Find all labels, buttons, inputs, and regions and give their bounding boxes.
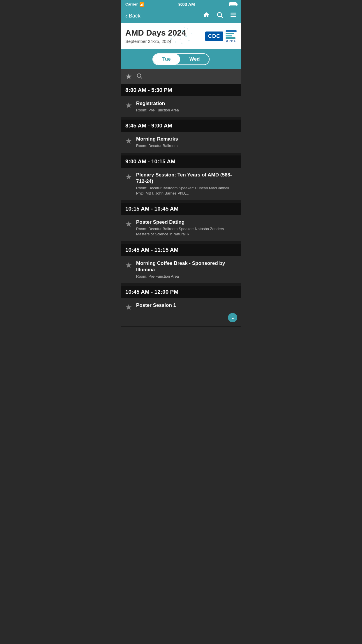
status-left: Carrier 📶 [125, 2, 144, 7]
back-label: Back [129, 13, 140, 19]
session-info-3-0: Poster Speed Dating Room: Decatur Ballro… [136, 219, 237, 237]
banner-logos: CDC APHL [205, 30, 237, 43]
nav-bar: ‹ Back [121, 8, 241, 23]
wednesday-tab[interactable]: Wed [180, 54, 209, 64]
status-bar: Carrier 📶 9:03 AM [121, 0, 241, 8]
search-icon[interactable] [216, 11, 223, 20]
svg-point-7 [182, 30, 184, 32]
session-star-0-0[interactable]: ★ [125, 101, 132, 110]
svg-point-14 [175, 41, 176, 43]
day-toggle: Tue Wed [152, 53, 210, 65]
session-room-1-0: Room: Decatur Ballroom [136, 143, 178, 148]
session-title-5-0: Poster Session 1 [136, 302, 176, 309]
carrier-label: Carrier [125, 2, 138, 6]
banner: AMD Days 2024 September 24-25, 2024 CDC … [121, 23, 241, 49]
svg-line-1 [221, 16, 223, 18]
session-info-0-0: Registration Room: Pre-Function Area [136, 100, 179, 113]
session-title-4-0: Morning Coffee Break - Sponsored by Illu… [136, 260, 237, 273]
battery-icon [229, 2, 237, 6]
svg-point-20 [137, 74, 141, 78]
svg-point-15 [181, 43, 182, 44]
favorites-filter-star[interactable]: ★ [125, 72, 132, 81]
session-info-5-0: Poster Session 1 [136, 302, 176, 309]
svg-point-13 [188, 40, 190, 41]
session-info-2-0: Plenary Session: Ten Years of AMD (588-7… [136, 172, 237, 196]
session-info-1-0: Morning Remarks Room: Decatur Ballroom [136, 136, 178, 148]
time-block-header-1: 8:45 AM - 9:00 AM [121, 120, 241, 132]
time-label-1: 8:45 AM - 9:00 AM [125, 123, 172, 129]
svg-point-6 [178, 33, 180, 34]
spacer-1 [121, 153, 241, 155]
session-title-0-0: Registration [136, 100, 179, 107]
svg-point-9 [171, 38, 173, 40]
filter-bar: ★ [121, 69, 241, 84]
time-label-2: 9:00 AM - 10:15 AM [125, 158, 175, 164]
schedule: 8:00 AM - 5:30 PM ★ Registration Room: P… [121, 84, 241, 327]
back-chevron-icon: ‹ [125, 13, 127, 19]
svg-point-8 [187, 28, 188, 29]
status-right [229, 2, 237, 6]
svg-line-21 [140, 77, 142, 78]
time-label-4: 10:45 AM - 11:15 AM [125, 247, 178, 253]
session-star-5-0[interactable]: ★ [125, 303, 132, 312]
time-block-header-0: 8:00 AM - 5:30 PM [121, 84, 241, 96]
svg-point-19 [184, 27, 185, 28]
time-label-3: 10:15 AM - 10:45 AM [125, 206, 178, 212]
back-button[interactable]: ‹ Back [125, 13, 140, 19]
time-block-header-4: 10:45 AM - 11:15 AM [121, 244, 241, 256]
nav-icons [203, 11, 237, 20]
svg-point-12 [168, 34, 169, 35]
search-filter-icon[interactable] [136, 73, 143, 80]
menu-icon[interactable] [230, 11, 237, 20]
expand-button[interactable]: ⌄ [228, 313, 237, 322]
svg-point-0 [217, 13, 222, 17]
svg-point-18 [165, 40, 166, 41]
session-star-4-0[interactable]: ★ [125, 261, 132, 270]
session-title-2-0: Plenary Session: Ten Years of AMD (588-7… [136, 172, 237, 185]
session-room-4-0: Room: Pre-Function Area [136, 274, 237, 279]
svg-point-5 [173, 35, 175, 37]
session-star-3-0[interactable]: ★ [125, 220, 132, 229]
chevron-down-icon: ⌄ [231, 315, 235, 320]
status-time: 9:03 AM [178, 2, 195, 7]
time-label-0: 8:00 AM - 5:30 PM [125, 87, 172, 93]
session-room-0-0: Room: Pre-Function Area [136, 108, 179, 113]
tuesday-tab[interactable]: Tue [153, 54, 180, 64]
svg-point-17 [191, 33, 192, 34]
session-item-2-0[interactable]: ★ Plenary Session: Ten Years of AMD (588… [121, 168, 241, 201]
svg-point-16 [169, 43, 171, 44]
aphl-logo: APHL [226, 30, 237, 43]
session-item-4-0[interactable]: ★ Morning Coffee Break - Sponsored by Il… [121, 256, 241, 284]
session-title-3-0: Poster Speed Dating [136, 219, 237, 225]
wifi-icon: 📶 [139, 2, 144, 7]
session-room-3-0: Room: Decatur Ballroom Speaker: Natosha … [136, 226, 237, 237]
session-item-1-0[interactable]: ★ Morning Remarks Room: Decatur Ballroom [121, 132, 241, 153]
aphl-bars [226, 30, 237, 39]
day-selector: Tue Wed [121, 49, 241, 69]
banner-dots-decoration [154, 23, 195, 49]
session-room-2-0: Room: Decatur Ballroom Speaker: Duncan M… [136, 186, 237, 196]
aphl-label: APHL [226, 39, 236, 43]
time-label-5: 10:45 AM - 12:00 PM [125, 289, 178, 295]
session-item-3-0[interactable]: ★ Poster Speed Dating Room: Decatur Ball… [121, 215, 241, 241]
session-item-0-0[interactable]: ★ Registration Room: Pre-Function Area [121, 96, 241, 117]
time-block-header-2: 9:00 AM - 10:15 AM [121, 155, 241, 168]
session-star-2-0[interactable]: ★ [125, 172, 132, 181]
spacer-3 [121, 242, 241, 244]
svg-point-11 [185, 35, 187, 37]
session-title-1-0: Morning Remarks [136, 136, 178, 142]
time-block-header-3: 10:15 AM - 10:45 AM [121, 203, 241, 215]
spacer-4 [121, 284, 241, 286]
time-block-header-5: 10:45 AM - 12:00 PM [121, 286, 241, 298]
home-icon[interactable] [203, 11, 210, 20]
spacer-0 [121, 117, 241, 120]
session-info-4-0: Morning Coffee Break - Sponsored by Illu… [136, 260, 237, 279]
session-item-5-0[interactable]: ★ Poster Session 1 ⌄ [121, 298, 241, 327]
spacer-2 [121, 200, 241, 203]
session-star-1-0[interactable]: ★ [125, 136, 132, 146]
svg-point-10 [180, 38, 181, 40]
cdc-logo: CDC [205, 32, 223, 41]
